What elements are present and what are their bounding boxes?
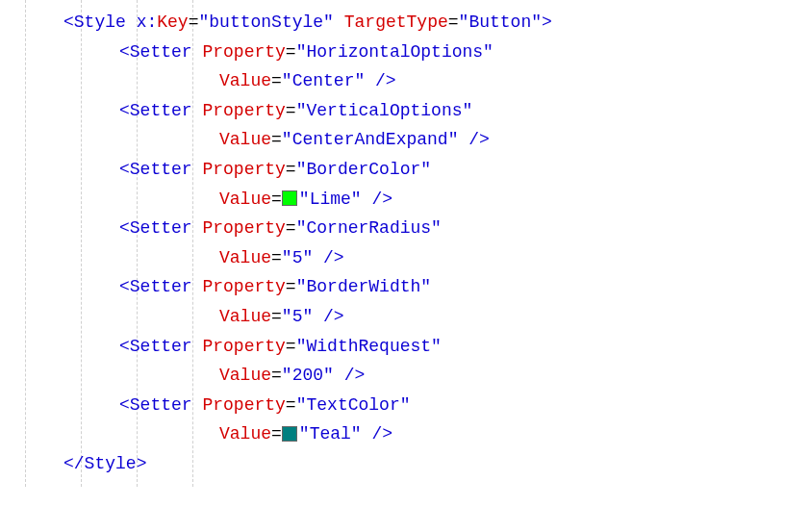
code-line-setter-value: Value="Lime" /> xyxy=(23,185,810,215)
code-line-setter-prop: <Setter Property="WidthRequest" xyxy=(23,332,810,362)
code-line-setter-value: Value="5" /> xyxy=(23,302,810,332)
code-line-setter-value: Value="5" /> xyxy=(23,243,810,273)
code-block: <Style x:Key="buttonStyle" TargetType="B… xyxy=(0,0,810,487)
code-line-style-open: <Style x:Key="buttonStyle" TargetType="B… xyxy=(23,8,810,38)
code-line-setter-value: Value="CenterAndExpand" /> xyxy=(23,125,810,155)
code-line-style-close: </Style> xyxy=(23,449,810,479)
code-line-setter-prop: <Setter Property="BorderWidth" xyxy=(23,272,810,302)
code-line-setter-prop: <Setter Property="CornerRadius" xyxy=(23,214,810,243)
code-line-setter-prop: <Setter Property="BorderColor" xyxy=(23,155,810,185)
code-line-setter-value: Value="Teal" /> xyxy=(23,419,810,449)
code-line-setter-prop: <Setter Property="VerticalOptions" xyxy=(23,96,810,126)
color-swatch-lime xyxy=(282,190,297,206)
color-swatch-teal xyxy=(282,426,297,442)
code-line-setter-value: Value="Center" /> xyxy=(23,66,810,96)
code-line-setter-prop: <Setter Property="HorizontalOptions" xyxy=(23,38,810,67)
code-line-setter-prop: <Setter Property="TextColor" xyxy=(23,391,810,420)
code-line-setter-value: Value="200" /> xyxy=(23,361,810,391)
